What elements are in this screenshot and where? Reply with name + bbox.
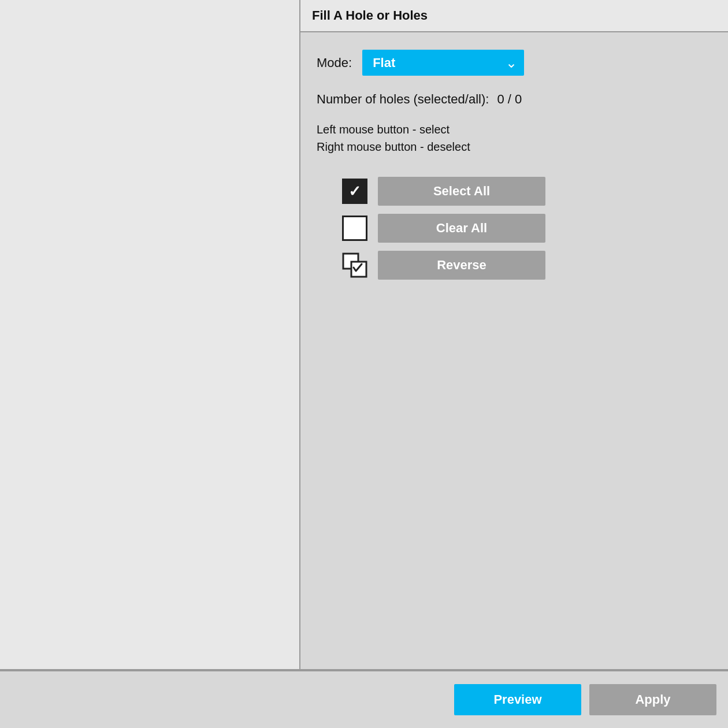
unchecked-icon-box xyxy=(340,213,370,243)
panel-header: Fill A Hole or Holes xyxy=(300,0,728,32)
holes-label: Number of holes (selected/all): xyxy=(317,92,489,106)
reverse-button[interactable]: Reverse xyxy=(378,251,545,280)
reverse-row: Reverse xyxy=(340,250,712,280)
check-icon xyxy=(342,179,367,204)
holes-selected: 0 xyxy=(497,92,504,106)
top-area: Fill A Hole or Holes Mode: Flat Smooth R… xyxy=(0,0,728,670)
holes-separator: / xyxy=(508,92,515,106)
holes-row: Number of holes (selected/all): 0 / 0 xyxy=(317,92,712,107)
mode-row: Mode: Flat Smooth Ruled ⌄ xyxy=(317,50,712,76)
panel-title: Fill A Hole or Holes xyxy=(312,8,428,23)
clear-all-button[interactable]: Clear All xyxy=(378,214,545,243)
holes-count: 0 / 0 xyxy=(497,92,522,106)
checked-icon-box xyxy=(340,176,370,206)
panel-content: Mode: Flat Smooth Ruled ⌄ Number o xyxy=(300,32,728,669)
holes-total: 0 xyxy=(515,92,522,106)
bottom-bar: Preview Apply xyxy=(0,670,728,728)
left-panel xyxy=(0,0,300,669)
mouse-info: Left mouse button - select Right mouse b… xyxy=(317,121,712,155)
reverse-icon xyxy=(341,251,369,279)
buttons-section: Select All Clear All xyxy=(317,176,712,280)
select-all-button[interactable]: Select All xyxy=(378,177,545,206)
mode-select[interactable]: Flat Smooth Ruled xyxy=(362,50,524,76)
clear-all-row: Clear All xyxy=(340,213,712,243)
select-all-row: Select All xyxy=(340,176,712,206)
right-panel: Fill A Hole or Holes Mode: Flat Smooth R… xyxy=(300,0,728,669)
mode-label: Mode: xyxy=(317,55,352,70)
reverse-icon-box xyxy=(340,250,370,280)
main-container: Fill A Hole or Holes Mode: Flat Smooth R… xyxy=(0,0,728,728)
mouse-info-line1: Left mouse button - select xyxy=(317,121,712,138)
apply-button[interactable]: Apply xyxy=(589,684,716,715)
mouse-info-line2: Right mouse button - deselect xyxy=(317,138,712,155)
empty-check-icon xyxy=(342,216,367,241)
svg-rect-1 xyxy=(351,262,366,277)
mode-dropdown-wrapper[interactable]: Flat Smooth Ruled ⌄ xyxy=(362,50,524,76)
preview-button[interactable]: Preview xyxy=(454,684,581,715)
